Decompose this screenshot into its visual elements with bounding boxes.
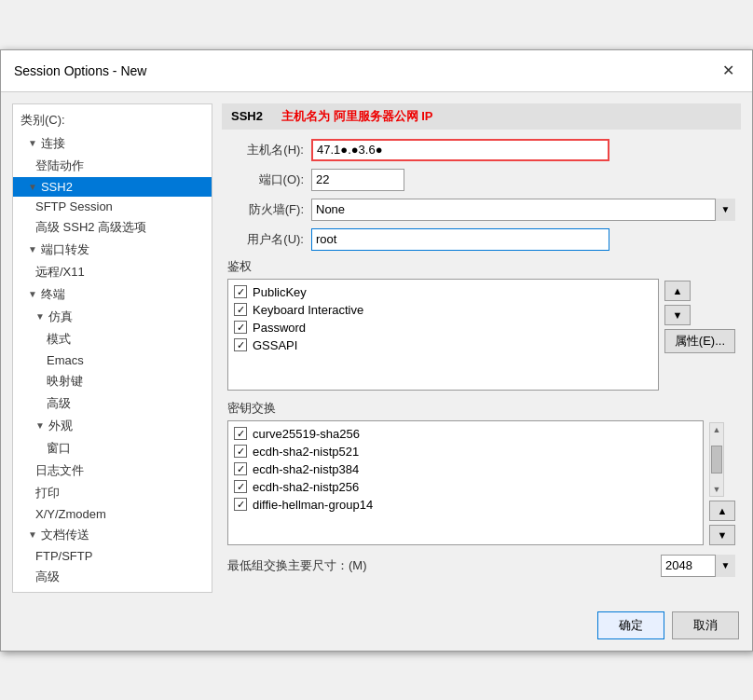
kex-down-button[interactable]: ▼ — [709, 525, 735, 545]
kex-checkbox[interactable]: ✓ — [234, 480, 247, 493]
sidebar-toggle-terminal: ▼ — [28, 289, 37, 299]
firewall-label: 防火墙(F): — [227, 201, 311, 218]
sidebar-item-print[interactable]: 打印 — [13, 482, 212, 504]
auth-item: ✓GSSAPI — [232, 336, 654, 354]
close-button[interactable]: ✕ — [717, 60, 739, 82]
sidebar-item-terminal[interactable]: ▼终端 — [13, 283, 212, 306]
sidebar-label-xyz-modem: X/Y/Zmodem — [35, 507, 106, 521]
kex-list: ✓curve25519-sha256✓ecdh-sha2-nistp521✓ec… — [227, 420, 704, 545]
min-dh-select-wrapper: 2048 ▼ — [661, 555, 735, 577]
auth-item: ✓Password — [232, 319, 654, 336]
sidebar-label-print: 打印 — [35, 485, 60, 501]
sidebar-label-file-transfer: 文档传送 — [41, 527, 89, 543]
kex-checkbox[interactable]: ✓ — [234, 445, 247, 458]
sidebar-item-log-file[interactable]: 日志文件 — [13, 460, 212, 482]
sidebar-item-mode[interactable]: 模式 — [13, 328, 212, 350]
sidebar-label-advanced2: 高级 — [35, 569, 60, 585]
sidebar-label-terminal: 终端 — [41, 286, 65, 303]
sidebar-item-connect[interactable]: ▼连接 — [13, 132, 212, 155]
kex-item: ✓ecdh-sha2-nistp384 — [232, 460, 699, 478]
sidebar-label-advanced: 高级 — [47, 395, 71, 412]
auth-checkbox[interactable]: ✓ — [234, 321, 247, 334]
sidebar-label-emulation: 仿真 — [48, 309, 73, 325]
kex-item-label: curve25519-sha256 — [253, 427, 360, 441]
auth-list: ✓PublicKey✓Keyboard Interactive✓Password… — [227, 279, 659, 391]
cancel-button[interactable]: 取消 — [672, 611, 739, 639]
sidebar-toggle-file-transfer: ▼ — [28, 529, 37, 540]
auth-item-label: GSSAPI — [253, 338, 297, 352]
dialog-title: Session Options - New — [14, 63, 146, 78]
sidebar-toggle-ssh2: ▼ — [28, 182, 37, 192]
auth-item: ✓PublicKey — [232, 283, 654, 301]
auth-checkbox[interactable]: ✓ — [234, 303, 247, 316]
host-input[interactable] — [311, 139, 609, 161]
sidebar-item-emacs[interactable]: Emacs — [13, 350, 212, 370]
sidebar-item-window[interactable]: 窗口 — [13, 437, 212, 460]
sidebar: 类别(C): ▼连接登陆动作▼SSH2SFTP Session高级 SSH2 高… — [12, 103, 212, 593]
auth-checkbox[interactable]: ✓ — [234, 338, 247, 351]
annotation-text: 主机名为 阿里服务器公网 IP — [281, 108, 433, 125]
sidebar-item-mapped-keys[interactable]: 映射键 — [13, 370, 212, 392]
auth-item: ✓Keyboard Interactive — [232, 301, 654, 319]
category-label: 类别(C): — [13, 108, 212, 132]
port-input[interactable] — [311, 169, 404, 191]
sidebar-toggle-port-forward: ▼ — [28, 244, 37, 254]
kex-content: ✓curve25519-sha256✓ecdh-sha2-nistp521✓ec… — [227, 420, 735, 545]
auth-item-label: Password — [253, 321, 306, 335]
properties-button[interactable]: 属性(E)... — [664, 329, 735, 353]
sidebar-item-remote-x11[interactable]: 远程/X11 — [13, 261, 212, 283]
sidebar-toggle-emulation: ▼ — [35, 311, 45, 322]
kex-checkbox[interactable]: ✓ — [234, 462, 247, 475]
dialog-footer: 确定 取消 — [1, 604, 752, 651]
kex-checkbox[interactable]: ✓ — [234, 498, 247, 511]
auth-checkbox[interactable]: ✓ — [234, 285, 247, 298]
firewall-select-wrapper: None ▼ — [311, 199, 735, 221]
sidebar-item-login-action[interactable]: 登陆动作 — [13, 155, 212, 177]
kex-item: ✓curve25519-sha256 — [232, 425, 699, 443]
sidebar-label-remote-x11: 远程/X11 — [35, 264, 85, 281]
kex-checkbox[interactable]: ✓ — [234, 427, 247, 440]
auth-up-button[interactable]: ▲ — [664, 281, 691, 301]
sidebar-item-port-forward[interactable]: ▼端口转发 — [13, 239, 212, 261]
sidebar-label-mapped-keys: 映射键 — [47, 373, 83, 390]
sidebar-item-advanced2[interactable]: 高级 — [13, 566, 212, 588]
sidebar-item-ssh2[interactable]: ▼SSH2 — [13, 177, 212, 197]
ok-button[interactable]: 确定 — [597, 611, 664, 639]
sidebar-item-advanced-ssh2[interactable]: 高级 SSH2 高级选项 — [13, 216, 212, 239]
section-header: SSH2 主机名为 阿里服务器公网 IP — [222, 103, 741, 130]
sidebar-item-appearance[interactable]: ▼外观 — [13, 415, 212, 437]
host-row: 主机名(H): — [222, 139, 741, 161]
kex-label: 密钥交换 — [227, 400, 735, 417]
sidebar-label-ftp-sftp: FTP/SFTP — [35, 549, 92, 563]
port-row: 端口(O): — [222, 169, 741, 191]
sidebar-label-log-file: 日志文件 — [35, 462, 84, 479]
sidebar-label-window: 窗口 — [47, 440, 71, 457]
auth-item-label: Keyboard Interactive — [253, 303, 363, 317]
sidebar-item-xyz-modem[interactable]: X/Y/Zmodem — [13, 504, 212, 524]
auth-item-label: PublicKey — [253, 285, 307, 299]
host-label: 主机名(H): — [227, 142, 311, 158]
title-bar: Session Options - New ✕ — [1, 50, 752, 92]
port-label: 端口(O): — [227, 172, 311, 188]
kex-item-label: ecdh-sha2-nistp384 — [253, 462, 359, 476]
auth-down-button[interactable]: ▼ — [664, 305, 691, 325]
kex-controls: ▲ ▼ ▲ ▼ — [709, 420, 735, 545]
kex-item-label: diffie-hellman-group14 — [253, 498, 373, 512]
sidebar-item-sftp-session[interactable]: SFTP Session — [13, 197, 212, 216]
sidebar-label-ssh2: SSH2 — [41, 180, 73, 194]
auth-section: 鉴权 ✓PublicKey✓Keyboard Interactive✓Passw… — [222, 258, 741, 391]
sidebar-item-file-transfer[interactable]: ▼文档传送 — [13, 524, 212, 546]
min-dh-select[interactable]: 2048 — [661, 555, 735, 577]
dialog-window: Session Options - New ✕ 类别(C): ▼连接登陆动作▼S… — [0, 49, 753, 652]
sidebar-item-ftp-sftp[interactable]: FTP/SFTP — [13, 546, 212, 566]
kex-up-button[interactable]: ▲ — [709, 501, 735, 521]
sidebar-label-advanced-ssh2: 高级 SSH2 高级选项 — [35, 219, 146, 236]
username-input[interactable] — [311, 228, 609, 251]
section-title: SSH2 — [231, 109, 263, 123]
sidebar-item-emulation[interactable]: ▼仿真 — [13, 306, 212, 328]
dialog-body: 类别(C): ▼连接登陆动作▼SSH2SFTP Session高级 SSH2 高… — [1, 92, 752, 604]
auth-label: 鉴权 — [227, 258, 735, 275]
kex-item-label: ecdh-sha2-nistp256 — [253, 480, 359, 494]
sidebar-item-advanced[interactable]: 高级 — [13, 392, 212, 415]
firewall-select[interactable]: None — [311, 199, 735, 221]
